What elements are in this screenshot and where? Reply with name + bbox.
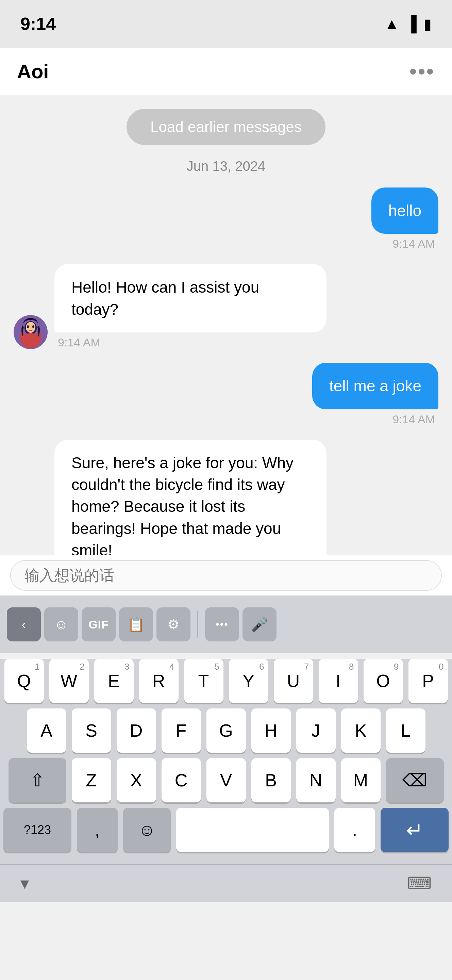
received-bubble: Sure, here's a joke for you: Why couldn'…	[54, 440, 327, 555]
message-row: hello 9:14 AM	[14, 188, 438, 250]
sent-bubble-container: hello 9:14 AM	[371, 188, 438, 250]
key-G[interactable]: G	[206, 708, 246, 753]
status-bar: 9:14 ▲ ▐ ▮	[0, 0, 452, 48]
sticker-icon: ☺	[54, 617, 68, 632]
key-comma[interactable]: ,	[77, 808, 118, 852]
clipboard-button[interactable]: 📋	[119, 608, 153, 641]
key-period[interactable]: .	[334, 808, 375, 852]
key-space[interactable]	[176, 808, 329, 852]
settings-icon: ⚙	[167, 617, 179, 632]
key-emoji[interactable]: ☺	[123, 808, 171, 852]
received-bubble: Hello! How can I assist you today?	[54, 264, 327, 332]
keyboard: Q1 W2 E3 R4 T5 Y6 U7 I8 O9 P0 A S D F G …	[0, 659, 452, 864]
key-S[interactable]: S	[72, 708, 111, 753]
chat-header: Aoi •••	[0, 48, 452, 95]
date-separator: Jun 13, 2024	[14, 159, 438, 174]
received-bubble-container: Sure, here's a joke for you: Why couldn'…	[54, 440, 327, 555]
more-icon: •••	[216, 619, 228, 630]
gif-button[interactable]: GIF	[82, 608, 116, 641]
sent-bubble-container: tell me a joke 9:14 AM	[312, 363, 438, 426]
key-V[interactable]: V	[206, 758, 246, 802]
key-N[interactable]: N	[296, 758, 336, 802]
key-return[interactable]: ↵	[381, 808, 449, 852]
key-I[interactable]: I8	[319, 659, 358, 703]
sent-bubble: hello	[371, 188, 438, 234]
gif-label: GIF	[89, 618, 109, 631]
message-row: Sure, here's a joke for you: Why couldn'…	[14, 440, 438, 555]
key-Y[interactable]: Y6	[229, 659, 268, 703]
key-F[interactable]: F	[162, 708, 201, 753]
more-button[interactable]: •••	[205, 608, 239, 641]
message-row: Hello! How can I assist you today? 9:14 …	[14, 264, 438, 349]
key-R[interactable]: R4	[139, 659, 179, 703]
back-icon: ‹	[21, 617, 26, 632]
key-U[interactable]: U7	[274, 659, 313, 703]
status-time: 9:14	[21, 14, 56, 34]
message-input[interactable]	[10, 560, 442, 591]
wifi-icon: ▲	[384, 15, 399, 32]
status-icons: ▲ ▐ ▮	[384, 15, 431, 33]
key-M[interactable]: M	[341, 758, 381, 802]
svg-point-7	[32, 325, 34, 328]
sticker-button[interactable]: ☺	[44, 608, 78, 641]
mic-icon: 🎤	[251, 617, 268, 633]
key-H[interactable]: H	[251, 708, 291, 753]
key-Q[interactable]: Q1	[5, 659, 44, 703]
key-B[interactable]: B	[251, 758, 291, 802]
key-row-1: Q1 W2 E3 R4 T5 Y6 U7 I8 O9 P0	[0, 659, 452, 703]
svg-point-6	[27, 325, 29, 328]
key-backspace[interactable]: ⌫	[386, 758, 444, 802]
chat-title: Aoi	[17, 60, 49, 83]
sent-time: 9:14 AM	[389, 413, 438, 426]
sent-time: 9:14 AM	[389, 237, 438, 250]
key-J[interactable]: J	[296, 708, 336, 753]
key-row-3: ⇧ Z X C V B N M ⌫	[0, 758, 452, 802]
keyboard-toolbar: ‹ ☺ GIF 📋 ⚙ ••• 🎤	[0, 595, 452, 653]
key-W[interactable]: W2	[49, 659, 89, 703]
header-menu-button[interactable]: •••	[409, 60, 435, 83]
battery-icon: ▮	[423, 15, 431, 33]
keyboard-type-icon[interactable]: ⌨	[407, 873, 431, 893]
key-shift[interactable]: ⇧	[8, 758, 66, 802]
keyboard-dismiss-icon[interactable]: ▾	[21, 873, 29, 893]
toolbar-divider	[197, 611, 198, 638]
key-L[interactable]: L	[386, 708, 425, 753]
key-row-4: ?123 , ☺ . ↵	[0, 808, 452, 852]
key-K[interactable]: K	[341, 708, 381, 753]
keyboard-back-button[interactable]: ‹	[7, 608, 41, 641]
key-P[interactable]: P0	[408, 659, 448, 703]
key-row-2: A S D F G H J K L	[0, 708, 452, 753]
received-bubble-container: Hello! How can I assist you today? 9:14 …	[54, 264, 327, 349]
key-E[interactable]: E3	[94, 659, 134, 703]
signal-icon: ▐	[406, 15, 417, 32]
input-area	[0, 555, 452, 595]
settings-button[interactable]: ⚙	[157, 608, 190, 641]
key-O[interactable]: O9	[363, 659, 403, 703]
key-T[interactable]: T5	[184, 659, 224, 703]
key-numeric[interactable]: ?123	[3, 808, 71, 852]
load-earlier-container: Load earlier messages	[14, 109, 438, 145]
received-time: 9:14 AM	[54, 336, 104, 349]
keyboard-bottom-bar: ▾ ⌨	[0, 864, 452, 902]
load-earlier-button[interactable]: Load earlier messages	[127, 109, 325, 145]
key-D[interactable]: D	[117, 708, 156, 753]
message-row: tell me a joke 9:14 AM	[14, 363, 438, 426]
mic-button[interactable]: 🎤	[243, 608, 276, 641]
key-C[interactable]: C	[162, 758, 201, 802]
clipboard-icon: 📋	[127, 617, 144, 633]
key-X[interactable]: X	[117, 758, 156, 802]
key-Z[interactable]: Z	[72, 758, 111, 802]
avatar	[14, 315, 48, 349]
chat-area: Load earlier messages Jun 13, 2024 hello…	[0, 95, 452, 555]
sent-bubble: tell me a joke	[312, 363, 438, 409]
key-A[interactable]: A	[27, 708, 66, 753]
